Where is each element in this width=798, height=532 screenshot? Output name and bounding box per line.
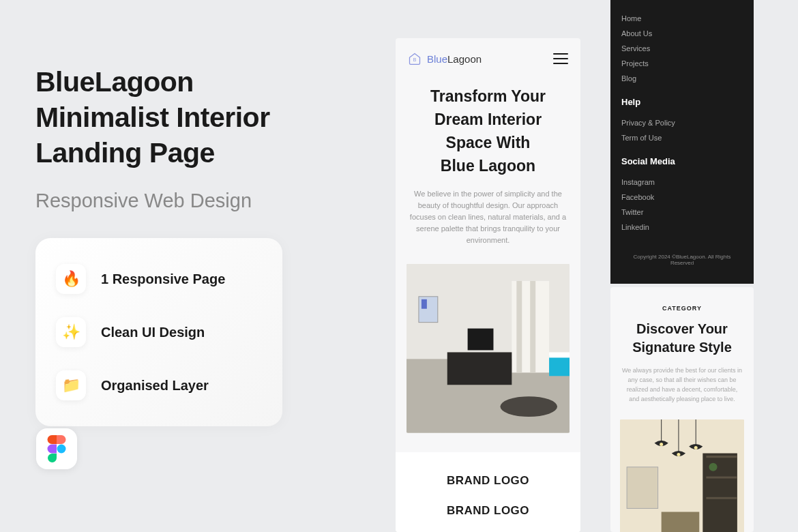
footer-link-instagram[interactable]: Instagram xyxy=(621,175,743,190)
logo[interactable]: B BlueLagoon xyxy=(408,52,482,65)
hero-line: Blue Lagoon xyxy=(407,154,570,177)
footer-link-blog[interactable]: Blog xyxy=(621,71,743,86)
figma-icon xyxy=(47,435,66,462)
title-line: Discover Your xyxy=(620,320,744,338)
category-title: Discover Your Signature Style xyxy=(620,320,744,357)
footer-heading-help: Help xyxy=(621,97,743,107)
footer-nav-group: Home About Us Services Projects Blog xyxy=(621,0,743,86)
svg-rect-7 xyxy=(447,353,512,385)
brand-logos-section: BRAND LOGO BRAND LOGO xyxy=(396,452,580,532)
logo-text: BlueLagoon xyxy=(427,53,482,65)
brand-logo: BRAND LOGO xyxy=(396,496,580,526)
svg-point-20 xyxy=(709,462,717,471)
brand-logo: BRAND LOGO xyxy=(396,466,580,496)
folder-icon: 📁 xyxy=(56,370,86,400)
hero-title: Transform Your Dream Interior Space With… xyxy=(407,85,570,177)
hero-section: Transform Your Dream Interior Space With… xyxy=(396,76,580,246)
footer-link-twitter[interactable]: Twitter xyxy=(621,205,743,220)
fire-icon: 🔥 xyxy=(56,264,86,294)
promo-title: BlueLagoon Minimalist Interior Landing P… xyxy=(35,64,363,171)
category-image xyxy=(620,419,744,532)
feature-text: Clean UI Design xyxy=(101,325,205,340)
hero-line: Space With xyxy=(407,131,570,154)
promo-subtitle: Responsive Web Design xyxy=(35,190,363,212)
footer-link-facebook[interactable]: Facebook xyxy=(621,190,743,205)
feature-item: 📁 Organised Layer xyxy=(56,364,262,407)
category-label: CATEGORY xyxy=(620,305,744,312)
hero-image xyxy=(407,264,570,433)
svg-rect-6 xyxy=(530,281,535,372)
promo-left-panel: BlueLagoon Minimalist Interior Landing P… xyxy=(35,64,363,426)
footer-link-linkedin[interactable]: Linkedin xyxy=(621,220,743,235)
svg-text:B: B xyxy=(413,57,417,62)
svg-rect-11 xyxy=(549,356,570,376)
mobile-screen-category: CATEGORY Discover Your Signature Style W… xyxy=(610,287,754,532)
svg-rect-27 xyxy=(662,512,700,532)
footer-link-services[interactable]: Services xyxy=(621,41,743,56)
svg-rect-16 xyxy=(703,453,737,532)
svg-point-13 xyxy=(500,397,557,417)
footer-link-about[interactable]: About Us xyxy=(621,26,743,41)
hero-line: Transform Your xyxy=(407,85,570,108)
svg-rect-5 xyxy=(516,281,522,372)
copyright-text: Copyright 2024 ©BlueLagoon. All Rights R… xyxy=(621,254,743,270)
title-line: Landing Page xyxy=(35,137,215,168)
mobile-screen-footer: Home About Us Services Projects Blog Hel… xyxy=(610,0,754,284)
sparkles-icon: ✨ xyxy=(56,317,86,347)
svg-point-25 xyxy=(677,453,680,456)
figma-badge xyxy=(36,428,77,469)
svg-rect-8 xyxy=(468,329,494,351)
title-line: BlueLagoon xyxy=(35,66,194,98)
svg-rect-12 xyxy=(549,353,570,358)
svg-rect-15 xyxy=(627,467,658,509)
title-line: Minimalist Interior xyxy=(35,102,270,133)
house-icon: B xyxy=(408,52,422,65)
feature-item: ✨ Clean UI Design xyxy=(56,310,262,354)
mobile-screen-hero: B BlueLagoon Transform Your Dream Interi… xyxy=(396,38,580,532)
footer-link-projects[interactable]: Projects xyxy=(621,56,743,71)
footer-link-terms[interactable]: Term of Use xyxy=(621,130,743,145)
hero-line: Dream Interior xyxy=(407,108,570,131)
category-description: We always provide the best for our clien… xyxy=(620,366,744,404)
feature-text: Organised Layer xyxy=(101,378,209,394)
svg-rect-10 xyxy=(422,299,427,309)
features-card: 🔥 1 Responsive Page ✨ Clean UI Design 📁 … xyxy=(35,238,282,426)
feature-text: 1 Responsive Page xyxy=(101,271,225,287)
svg-point-26 xyxy=(694,446,698,449)
footer-link-home[interactable]: Home xyxy=(621,11,743,26)
hamburger-menu-icon[interactable] xyxy=(553,53,568,64)
mobile-header: B BlueLagoon xyxy=(396,38,580,76)
footer-heading-social: Social Media xyxy=(621,156,743,166)
footer-link-privacy[interactable]: Privacy & Policy xyxy=(621,115,743,130)
svg-point-24 xyxy=(660,443,663,446)
title-line: Signature Style xyxy=(620,338,744,357)
svg-point-0 xyxy=(57,445,66,454)
feature-item: 🔥 1 Responsive Page xyxy=(56,257,262,301)
hero-description: We believe in the power of simplicity an… xyxy=(407,188,570,246)
